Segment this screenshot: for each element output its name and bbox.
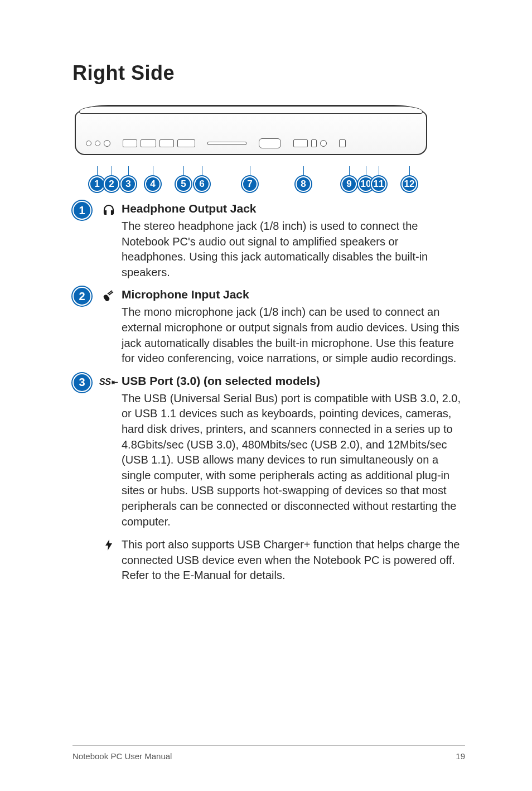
callout-8: 8 [296,166,311,192]
port-usb3 [104,140,110,147]
callout-number: 8 [296,176,311,192]
port-lock [339,139,346,147]
callout-number: 5 [176,176,191,192]
item-sub-text: This port also supports USB Charger+ fun… [122,537,465,583]
item-text: The stereo headphone jack (1/8 inch) is … [122,219,465,280]
microphone-icon [99,288,118,303]
port-power [320,140,327,147]
callout-number: 4 [145,176,161,192]
laptop-outline [75,105,427,155]
port-usb2 [159,139,174,147]
callout-3: 3 [120,166,136,192]
svg-rect-0 [104,295,110,302]
callout-number: 9 [341,176,357,192]
callout-4: 4 [145,166,161,192]
port-row [86,138,416,148]
port-headphone [86,141,91,146]
right-side-diagram: 123456789101112 [72,103,429,186]
callout-12: 12 [402,166,417,192]
callout-11: 11 [371,166,386,192]
page-footer: Notebook PC User Manual 19 [72,745,465,761]
callout-number: 7 [242,176,258,192]
callout-number: 11 [371,176,386,192]
port-card-slot [207,142,246,145]
item-title: Headphone Output Jack [122,202,465,215]
footer-left: Notebook PC User Manual [72,751,172,761]
port-esata [141,139,156,147]
item-title: Microphone Input Jack [122,288,465,301]
port-vga [259,138,281,148]
item-text: The mono microphone jack (1/8 inch) can … [122,305,465,366]
item-3-sub: This port also supports USB Charger+ fun… [99,537,465,583]
callout-number: 12 [402,176,417,192]
item-badge: 3 [72,373,91,392]
item-title: USB Port (3.0) (on selected models) [122,374,465,388]
item-text: The USB (Universal Serial Bus) port is c… [122,391,465,529]
item-badge: 1 [72,201,91,220]
callout-number: 1 [89,176,105,192]
item-2: 2 Microphone Input Jack The mono microph… [72,288,465,366]
items-list: 1 Headphone Output Jack The stereo headp… [72,202,465,583]
port-hdmi [177,139,195,147]
laptop-lid [79,106,423,114]
callout-9: 9 [341,166,357,192]
port-antenna [311,139,317,147]
callout-6: 6 [194,166,210,192]
callout-number: 2 [104,176,119,192]
headphone-icon [99,202,118,218]
callout-5: 5 [176,166,191,192]
port-mic [95,141,100,146]
diagram-callouts: 123456789101112 [72,164,429,192]
lightning-icon [99,537,118,553]
usb3-icon: SS⇤ [99,374,118,390]
callout-7: 7 [242,166,258,192]
port-usb [123,139,137,147]
footer-page-number: 19 [456,751,465,761]
callout-2: 2 [104,166,119,192]
item-1: 1 Headphone Output Jack The stereo headp… [72,202,465,280]
item-badge: 2 [72,287,91,306]
port-lan [293,139,308,147]
callout-number: 3 [120,176,136,192]
item-3: 3 SS⇤ USB Port (3.0) (on selected models… [72,374,465,529]
page-title: Right Side [72,61,465,85]
callout-number: 6 [194,176,210,192]
callout-1: 1 [89,166,105,192]
